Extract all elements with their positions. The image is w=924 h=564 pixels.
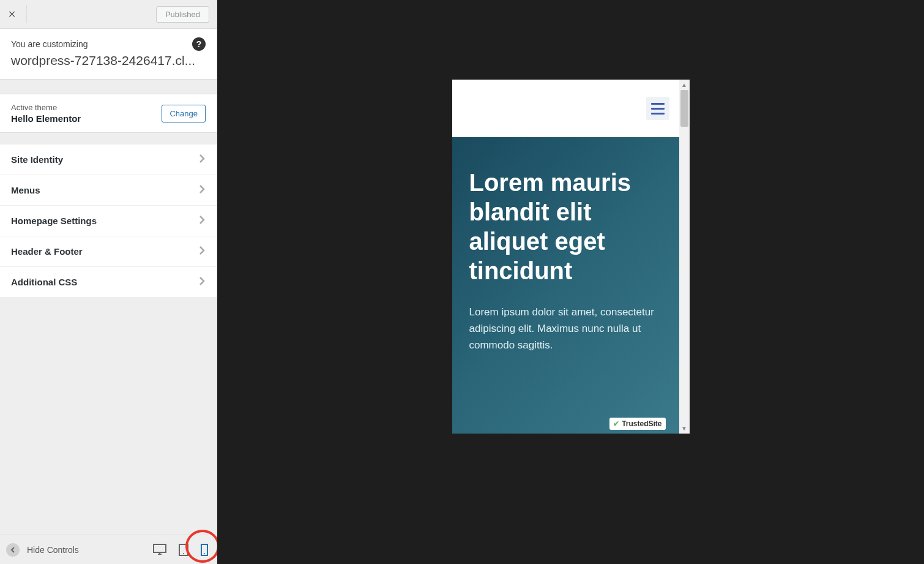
section-header-footer[interactable]: Header & Footer [0,236,217,267]
section-label: Menus [11,185,40,195]
section-homepage-settings[interactable]: Homepage Settings [0,206,217,236]
chevron-right-icon [198,246,206,257]
mobile-header [452,80,679,137]
svg-point-4 [204,553,205,554]
svg-point-2 [183,553,184,554]
section-additional-css[interactable]: Additional CSS [0,267,217,298]
hero-section: Lorem mauris blandit elit aliquet eget t… [452,137,679,434]
theme-name: Hello Elementor [11,113,81,124]
section-label: Homepage Settings [11,216,97,226]
hide-controls-label: Hide Controls [27,545,79,555]
scroll-thumb[interactable] [680,90,688,127]
hero-text: Lorem ipsum dolor sit amet, consectetur … [469,304,662,354]
section-label: Additional CSS [11,277,77,287]
section-menus[interactable]: Menus [0,175,217,206]
chevron-right-icon [198,276,206,288]
mobile-content: Lorem mauris blandit elit aliquet eget t… [452,80,679,434]
chevron-right-icon [198,184,206,196]
chevron-right-icon [198,154,206,165]
trusted-label: TrustedSite [622,419,661,428]
hero-title: Lorem mauris blandit elit aliquet eget t… [469,168,662,285]
customizing-panel: You are customizing ? wordpress-727138-2… [0,29,217,80]
section-label: Header & Footer [11,246,83,257]
device-desktop-button[interactable] [153,544,166,556]
customizing-label: You are customizing [11,39,88,49]
hide-controls-button[interactable]: Hide Controls [6,543,79,557]
change-theme-button[interactable]: Change [162,105,206,122]
scroll-up-arrow[interactable]: ▲ [679,80,690,90]
chevron-right-icon [198,215,206,227]
hamburger-icon [651,103,665,105]
device-tablet-button[interactable] [179,544,188,556]
scrollbar[interactable]: ▲ ▼ [679,80,690,434]
scroll-track[interactable] [679,90,690,423]
close-button[interactable] [9,5,27,23]
preview-area: Lorem mauris blandit elit aliquet eget t… [217,0,924,564]
collapse-icon [6,543,20,557]
device-buttons [153,544,208,556]
close-icon [9,9,15,19]
hamburger-menu-button[interactable] [646,97,669,120]
theme-panel: Active theme Hello Elementor Change [0,94,217,133]
tablet-icon [179,544,188,556]
section-site-identity[interactable]: Site Identity [0,145,217,175]
check-icon: ✔ [613,419,619,428]
trusted-site-badge[interactable]: ✔ TrustedSite [609,418,665,430]
sidebar-footer: Hide Controls [0,535,217,564]
site-name: wordpress-727138-2426417.cl... [11,53,206,68]
svg-rect-0 [154,544,166,552]
published-button[interactable]: Published [156,6,209,23]
section-list: Site Identity Menus Homepage Settings He… [0,145,217,298]
section-label: Site Identity [11,154,63,165]
desktop-icon [153,544,166,556]
mobile-icon [201,544,208,556]
help-icon[interactable]: ? [192,37,206,51]
sidebar-header: Published [0,0,217,29]
customizer-sidebar: Published You are customizing ? wordpres… [0,0,217,564]
active-theme-label: Active theme [11,103,81,112]
device-mobile-button[interactable] [201,544,208,556]
mobile-preview-frame: Lorem mauris blandit elit aliquet eget t… [452,80,690,434]
scroll-down-arrow[interactable]: ▼ [679,423,690,434]
